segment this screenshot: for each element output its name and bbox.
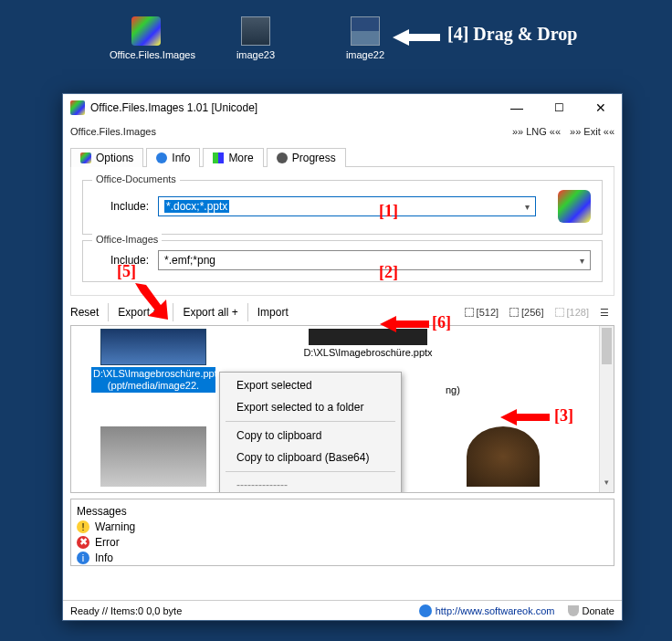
- gallery-item[interactable]: [462, 426, 544, 487]
- image-icon: [241, 16, 270, 46]
- size-128-button[interactable]: [128]: [550, 305, 594, 320]
- chevron-down-icon: ▾: [580, 256, 584, 266]
- svg-marker-3: [500, 409, 550, 426]
- svg-marker-0: [393, 29, 440, 46]
- statusbar: Ready // Items:0 0,0 byte http://www.sof…: [63, 600, 622, 620]
- messages-info: Info: [95, 552, 113, 564]
- minimize-button[interactable]: —: [496, 94, 538, 121]
- error-icon: ✖: [77, 536, 89, 549]
- list-view-button[interactable]: ☰: [594, 305, 614, 320]
- annotation-2: [2]: [379, 263, 398, 282]
- thumbnail-image: [467, 426, 540, 487]
- combo-value: *.docx;*.pptx: [164, 200, 229, 213]
- warning-icon: !: [77, 520, 89, 533]
- group-office-images: Office-Images Include: *.emf;*png ▾: [82, 240, 603, 282]
- thumbnail-caption: D:\XLS\Imagebroschüre.pptx: [281, 347, 455, 359]
- options-icon: [80, 152, 91, 163]
- arrow-white-icon: [393, 27, 440, 50]
- window-title: Office.Files.Images 1.01 [Unicode]: [90, 101, 496, 114]
- annotation-1: [1]: [379, 202, 398, 221]
- svg-marker-2: [380, 316, 429, 332]
- include-imgs-combo[interactable]: *.emf;*png ▾: [158, 250, 591, 270]
- maximize-button[interactable]: ☐: [538, 94, 580, 121]
- app-window: Office.Files.Images 1.01 [Unicode] — ☐ ✕…: [62, 93, 623, 621]
- tab-more[interactable]: More: [203, 148, 263, 167]
- tab-options[interactable]: Options: [70, 148, 143, 167]
- messages-warning: Warning: [95, 520, 135, 533]
- svg-marker-1: [135, 283, 168, 320]
- scroll-thumb[interactable]: [602, 328, 612, 364]
- options-pane: Office-Documents Include: *.docx;*.pptx …: [70, 167, 614, 296]
- titlebar[interactable]: Office.Files.Images 1.01 [Unicode] — ☐ ✕: [63, 94, 622, 121]
- gallery-scrollbar[interactable]: ▴ ▾: [599, 326, 614, 492]
- tab-label: More: [228, 152, 253, 164]
- tabstrip: Options Info More Progress: [70, 147, 614, 167]
- combo-value: *.emf;*png: [164, 254, 215, 267]
- more-icon: [213, 152, 224, 163]
- donate-icon: [568, 605, 579, 616]
- ctx-export-selected[interactable]: Export selected: [220, 374, 401, 396]
- reset-button[interactable]: Reset: [70, 303, 109, 321]
- annotation-6: [6]: [432, 313, 451, 332]
- tab-progress[interactable]: Progress: [267, 148, 346, 167]
- status-url[interactable]: http://www.softwareok.com: [419, 604, 555, 617]
- arrow-red-icon: [500, 407, 550, 430]
- menu-exit[interactable]: »» Exit ««: [570, 126, 614, 137]
- info-icon: [156, 152, 167, 163]
- square-icon: [509, 308, 519, 317]
- gallery-item[interactable]: [91, 426, 215, 487]
- app-logo-icon[interactable]: [558, 190, 591, 223]
- messages-title: Messages: [77, 505, 127, 518]
- chevron-down-icon: ▾: [525, 202, 530, 212]
- tab-label: Info: [172, 152, 190, 164]
- gallery-item-selected[interactable]: D:\XLS\Imagebroschüre.pptx (ppt/media/im…: [91, 329, 215, 393]
- desktop-icon-image23[interactable]: image23: [219, 16, 292, 60]
- thumbnail-caption: D:\XLS\Imagebroschüre.pptx (ppt/media/im…: [91, 367, 215, 393]
- desktop-icon-image22[interactable]: image22: [329, 16, 402, 60]
- arrow-red-icon: [135, 283, 172, 322]
- progress-icon: [277, 152, 288, 163]
- size-512-button[interactable]: [512]: [459, 305, 504, 320]
- export-all-plus-button[interactable]: Export all +: [173, 303, 247, 321]
- annotation-dragdrop: [4] Drag & Drop: [447, 24, 577, 45]
- messages-error: Error: [95, 536, 120, 549]
- info-icon: i: [77, 552, 89, 564]
- menubar-left[interactable]: Office.Files.Images: [70, 126, 156, 137]
- tab-label: Options: [96, 152, 133, 164]
- globe-icon: [419, 604, 432, 617]
- size-256-button[interactable]: [256]: [504, 305, 549, 320]
- ctx-separator: --------------: [220, 475, 401, 493]
- import-button[interactable]: Import: [248, 303, 298, 321]
- group-legend: Office-Documents: [92, 173, 180, 184]
- menubar: Office.Files.Images »» LNG «« »» Exit ««: [63, 121, 622, 142]
- arrow-red-icon: [380, 314, 429, 337]
- scroll-down-icon[interactable]: ▾: [600, 478, 614, 492]
- desktop-icon-label: image22: [329, 49, 402, 60]
- square-icon: [465, 308, 474, 317]
- desktop-icon-app[interactable]: Office.Files.Images: [110, 16, 183, 60]
- tab-info[interactable]: Info: [146, 148, 200, 167]
- close-button[interactable]: ✕: [580, 94, 622, 121]
- menu-lng[interactable]: »» LNG ««: [512, 126, 561, 137]
- thumbnail-image: [100, 426, 206, 487]
- annotation-5: [5]: [117, 262, 136, 281]
- donate-link[interactable]: Donate: [568, 605, 614, 616]
- thumbnail-image: [100, 329, 206, 365]
- context-menu: Export selected Export selected to a fol…: [219, 372, 402, 493]
- group-legend: Office-Images: [92, 234, 162, 245]
- group-office-documents: Office-Documents Include: *.docx;*.pptx …: [82, 180, 603, 235]
- ctx-copy-clipboard-b64[interactable]: Copy to clipboard (Base64): [220, 447, 401, 468]
- desktop-icon-label: Office.Files.Images: [110, 49, 183, 60]
- caption-fragment: ng): [446, 384, 460, 395]
- image-icon: [351, 16, 380, 46]
- app-icon: [70, 100, 85, 115]
- ctx-export-selected-folder[interactable]: Export selected to a folder: [220, 396, 401, 418]
- status-text: Ready // Items:0 0,0 byte: [70, 605, 182, 616]
- messages-panel: Messages !Warning ✖Error iInfo: [70, 499, 614, 566]
- tab-label: Progress: [292, 152, 336, 164]
- square-icon: [555, 308, 564, 317]
- ctx-copy-clipboard[interactable]: Copy to clipboard: [220, 425, 401, 447]
- desktop-icon-label: image23: [219, 49, 292, 60]
- annotation-3: [3]: [554, 406, 573, 426]
- include-docs-combo[interactable]: *.docx;*.pptx ▾: [158, 196, 536, 216]
